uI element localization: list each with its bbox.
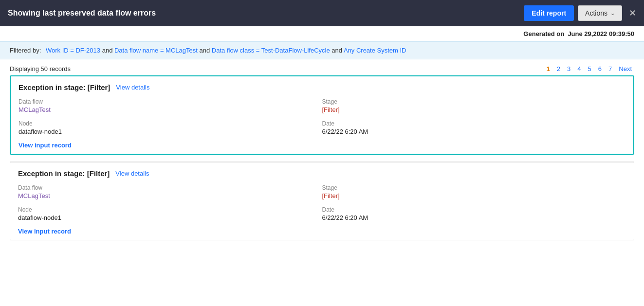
record-card: Exception in stage: [Filter] View detail…	[10, 75, 634, 155]
next-page-button[interactable]: Next	[616, 64, 634, 73]
filter-any-create-system-id[interactable]: Any Create System ID	[344, 47, 406, 54]
record-fields: Data flow MCLagTest Stage [Filter] Node …	[18, 184, 626, 221]
view-details-link[interactable]: View details	[115, 170, 149, 177]
page-5[interactable]: 5	[586, 64, 594, 73]
data-flow-label: Data flow	[18, 98, 322, 105]
data-flow-value[interactable]: MCLagTest	[18, 106, 322, 113]
date-value: 6/22/22 6:20 AM	[322, 128, 626, 135]
filter-bar: Filtered by: Work ID = DF-2013 and Data …	[0, 41, 644, 59]
node-label: Node	[18, 206, 322, 213]
generated-on-datetime: June 29,2022 09:39:50	[568, 30, 634, 37]
stage-label: Stage	[322, 98, 626, 105]
data-flow-value[interactable]: MCLagTest	[18, 192, 322, 199]
generated-on-label: Generated on	[523, 30, 564, 37]
actions-label: Actions	[585, 9, 607, 17]
generated-on: Generated on June 29,2022 09:39:50	[0, 26, 644, 41]
filter-data-flow-class[interactable]: Data flow class = Test-DataFlow-LifeCycl…	[212, 47, 330, 54]
node-label: Node	[18, 120, 322, 127]
records-list: Exception in stage: [Filter] View detail…	[0, 75, 644, 240]
displaying-label: Displaying 50 records	[10, 65, 71, 72]
edit-report-button[interactable]: Edit report	[524, 5, 574, 21]
close-button[interactable]: ✕	[629, 9, 636, 18]
page-4[interactable]: 4	[575, 64, 583, 73]
field-data-flow: Data flow MCLagTest	[18, 184, 322, 199]
page-1[interactable]: 1	[544, 64, 552, 73]
page-2[interactable]: 2	[554, 64, 563, 73]
field-date: Date 6/22/22 6:20 AM	[322, 120, 626, 135]
field-data-flow: Data flow MCLagTest	[18, 98, 322, 113]
data-flow-label: Data flow	[18, 184, 322, 191]
page-3[interactable]: 3	[565, 64, 573, 73]
header-actions: Edit report Actions ⌄ ✕	[524, 5, 636, 21]
chevron-down-icon: ⌄	[610, 10, 615, 17]
date-label: Date	[322, 206, 626, 213]
date-value: 6/22/22 6:20 AM	[322, 214, 626, 221]
pagination: 1 2 3 4 5 6 7 Next	[544, 64, 634, 73]
stage-label: Stage	[322, 184, 626, 191]
view-input-record-link[interactable]: View input record	[18, 228, 71, 235]
date-label: Date	[322, 120, 626, 127]
record-fields: Data flow MCLagTest Stage [Filter] Node …	[18, 98, 626, 135]
header-title: Showing last preserved data flow errors	[8, 9, 156, 18]
node-value: dataflow-node1	[18, 214, 322, 221]
record-title-row: Exception in stage: [Filter] View detail…	[18, 83, 626, 91]
record-card: Exception in stage: [Filter] View detail…	[10, 162, 634, 240]
stage-value: [Filter]	[322, 106, 626, 113]
record-title: Exception in stage: [Filter]	[18, 169, 110, 178]
field-node: Node dataflow-node1	[18, 120, 322, 135]
view-details-link[interactable]: View details	[116, 84, 149, 91]
stage-value: [Filter]	[322, 192, 626, 199]
filter-data-flow-name[interactable]: Data flow name = MCLagTest	[114, 47, 198, 54]
record-title-row: Exception in stage: [Filter] View detail…	[18, 169, 626, 178]
field-node: Node dataflow-node1	[18, 206, 322, 221]
header: Showing last preserved data flow errors …	[0, 0, 644, 26]
view-input-record-link[interactable]: View input record	[18, 142, 72, 149]
field-stage: Stage [Filter]	[322, 184, 626, 199]
node-value: dataflow-node1	[18, 128, 322, 135]
actions-button[interactable]: Actions ⌄	[578, 5, 622, 21]
page-6[interactable]: 6	[596, 64, 604, 73]
page-7[interactable]: 7	[606, 64, 614, 73]
records-header: Displaying 50 records 1 2 3 4 5 6 7 Next	[0, 59, 644, 75]
filter-label: Filtered by:	[10, 47, 41, 54]
filter-work-id[interactable]: Work ID = DF-2013	[46, 47, 100, 54]
field-date: Date 6/22/22 6:20 AM	[322, 206, 626, 221]
field-stage: Stage [Filter]	[322, 98, 626, 113]
record-title: Exception in stage: [Filter]	[18, 83, 110, 91]
